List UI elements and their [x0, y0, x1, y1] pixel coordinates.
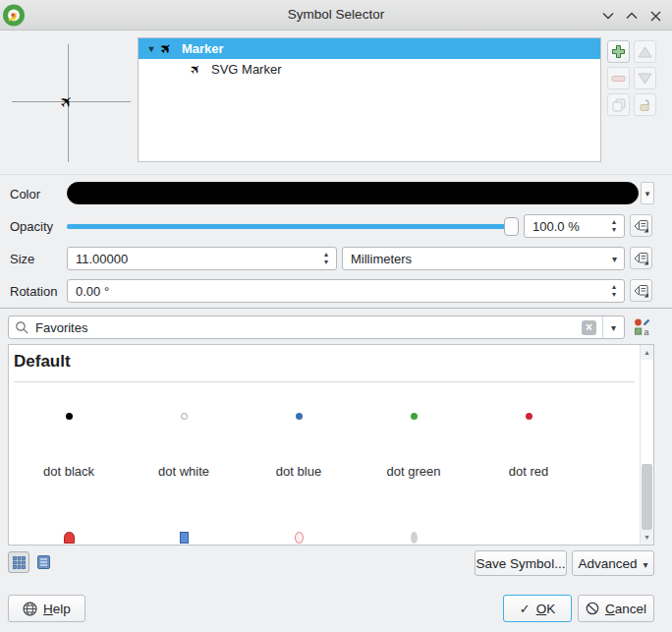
tree-item-svg-marker[interactable]: ✈ SVG Marker [139, 59, 600, 80]
filter-dropdown-button[interactable]: ▾ [602, 316, 624, 338]
clear-filter-icon[interactable]: × [582, 320, 596, 335]
plus-icon [611, 44, 626, 59]
style-filter-combobox[interactable]: Favorites × ▾ [8, 316, 625, 339]
airplane-icon: ✈ [185, 59, 206, 81]
scroll-down-icon: ▼ [644, 534, 650, 541]
separator [0, 308, 672, 309]
symbol-item-dot-blue[interactable]: dot blue [245, 399, 353, 488]
minus-icon [611, 75, 626, 83]
spinbox-arrows[interactable]: ▴ ▾ [607, 282, 621, 300]
chevron-down-icon: ▾ [612, 254, 617, 264]
symbol-group-title: Default [14, 352, 71, 372]
cancel-label: Cancel [605, 602, 646, 616]
symbol-layer-tree[interactable]: ▾ ✈ Marker ✈ SVG Marker [138, 37, 601, 162]
list-view-button[interactable] [32, 551, 54, 573]
symbol-label: dot red [475, 464, 583, 479]
icon-view-button[interactable] [8, 551, 29, 573]
vertical-scrollbar[interactable]: ▲ ▼ [640, 345, 653, 545]
chevron-down-icon: ▾ [611, 322, 616, 333]
opacity-spinbox[interactable]: 100.0 % ▴ ▾ [524, 214, 625, 238]
dot-red-preview [526, 413, 532, 420]
help-globe-icon [23, 602, 37, 616]
cancel-button[interactable]: Cancel [578, 595, 654, 622]
add-symbol-layer-button[interactable] [607, 40, 630, 63]
remove-symbol-layer-button [607, 67, 630, 89]
symbol-label: dot blue [245, 464, 353, 479]
window-shade-button[interactable] [599, 7, 617, 25]
dot-white-preview [181, 413, 188, 420]
scroll-down-button[interactable]: ▼ [641, 530, 653, 545]
partial-symbol-preview[interactable] [64, 532, 75, 544]
color-dropdown-button[interactable]: ▾ [641, 182, 654, 204]
opacity-data-defined-override-button[interactable] [630, 214, 652, 237]
style-manager-icon: a [634, 318, 651, 336]
tree-item-marker[interactable]: ▾ ✈ Marker [139, 38, 600, 59]
opacity-slider-handle[interactable] [504, 217, 519, 236]
symbol-label: dot green [360, 464, 468, 479]
spin-down-icon[interactable]: ▾ [612, 291, 616, 299]
grid-view-icon [13, 556, 26, 569]
size-spinbox[interactable]: 11.00000 ▴ ▾ [67, 247, 337, 270]
partial-symbol-preview[interactable] [295, 532, 304, 544]
size-unit-combobox[interactable]: Millimeters ▾ [342, 247, 625, 270]
svg-text:a: a [644, 327, 649, 336]
color-label: Color [10, 187, 40, 201]
filter-value[interactable]: Favorites [35, 320, 582, 335]
group-divider [14, 381, 635, 382]
spinbox-arrows[interactable]: ▴ ▾ [319, 250, 333, 267]
airplane-symbol-icon: ✈ [55, 90, 78, 113]
save-symbol-button[interactable]: Save Symbol... [475, 550, 567, 576]
window-close-button[interactable] [646, 7, 664, 25]
color-swatch-button[interactable] [67, 182, 639, 204]
symbol-selector-dialog: Symbol Selector ✈ ▾ ✈ Marker ✈ SVG Marke… [0, 0, 672, 632]
scroll-up-button[interactable]: ▲ [641, 345, 653, 360]
symbol-item-dot-red[interactable]: dot red [475, 399, 583, 488]
partial-symbol-preview[interactable] [411, 532, 418, 544]
symbol-item-dot-black[interactable]: dot black [15, 399, 123, 488]
arrow-up-icon [638, 46, 652, 58]
symbol-label: dot white [130, 464, 238, 479]
advanced-button[interactable]: Advanced ▾ [572, 550, 654, 576]
tree-item-label: SVG Marker [211, 62, 282, 77]
spin-down-icon[interactable]: ▾ [324, 259, 328, 266]
size-data-defined-override-button[interactable] [630, 247, 652, 269]
rotation-spinbox[interactable]: 0.00 ° ▴ ▾ [67, 279, 625, 303]
rotation-value: 0.00 ° [76, 284, 109, 299]
advanced-label: Advanced [578, 556, 637, 571]
check-icon: ✓ [520, 602, 531, 616]
opacity-label: Opacity [10, 219, 53, 234]
chevron-down-icon: ▾ [644, 559, 648, 570]
window-maximize-button[interactable] [623, 7, 641, 25]
size-label: Size [10, 252, 34, 266]
ok-button[interactable]: ✓ OK [503, 595, 572, 622]
opacity-slider[interactable] [67, 224, 519, 229]
symbol-item-dot-white[interactable]: dot white [130, 399, 238, 488]
data-defined-override-icon [633, 251, 649, 266]
help-button[interactable]: Help [8, 595, 85, 622]
dot-black-preview [66, 413, 73, 420]
arrow-down-icon [638, 73, 652, 85]
symbol-item-dot-green[interactable]: dot green [360, 399, 468, 488]
data-defined-override-icon [633, 283, 649, 299]
airplane-icon: ✈ [155, 38, 177, 60]
separator [0, 174, 672, 175]
spin-down-icon[interactable]: ▾ [612, 226, 616, 234]
saved-symbols-list[interactable]: Default dot black dot white dot blue dot… [8, 344, 654, 546]
scroll-up-icon: ▲ [644, 349, 650, 356]
partial-symbol-preview[interactable] [180, 532, 189, 544]
symbol-label: dot black [15, 464, 123, 479]
spinbox-arrows[interactable]: ▴ ▾ [607, 217, 621, 235]
lock-color-button [634, 93, 656, 116]
scrollbar-thumb[interactable] [642, 464, 652, 530]
data-defined-override-icon [633, 218, 649, 234]
dot-blue-preview [296, 413, 303, 420]
search-icon [15, 320, 29, 335]
rotation-data-defined-override-button[interactable] [630, 279, 652, 302]
titlebar: Symbol Selector [0, 0, 672, 30]
style-manager-button[interactable]: a [633, 317, 652, 337]
cancel-icon [586, 602, 599, 615]
window-title: Symbol Selector [0, 7, 672, 22]
size-unit-value: Millimeters [351, 252, 412, 266]
size-value: 11.00000 [76, 252, 128, 266]
duplicate-layer-button [607, 93, 630, 116]
